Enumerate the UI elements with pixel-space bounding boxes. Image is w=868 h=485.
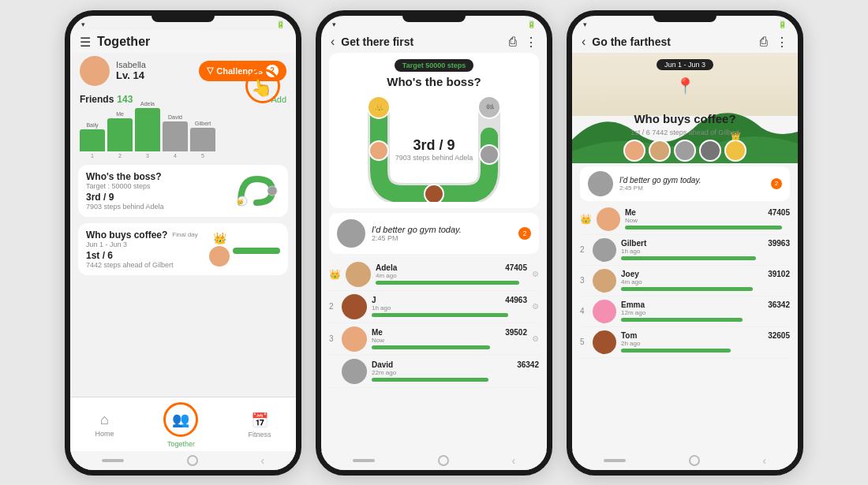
list-item[interactable]: 2 Gilbert 39963 1h ago bbox=[580, 235, 790, 266]
item-time: 1h ago bbox=[372, 304, 527, 312]
bar-label: David bbox=[168, 114, 182, 120]
chat-time-2: 2:45 PM bbox=[372, 234, 462, 242]
leaderboard-2: 👑 Adela 47405 4m ago ⚙ 2 J bbox=[321, 259, 547, 388]
crown-icon: 👑 bbox=[329, 269, 341, 280]
svg-point-1 bbox=[268, 186, 277, 196]
nav-together[interactable]: 👥 Together bbox=[163, 402, 198, 448]
list-item[interactable]: 2 J 44963 1h ago ⚙ bbox=[329, 291, 539, 323]
bar-label: Baily bbox=[86, 122, 98, 128]
list-item[interactable]: 3 Me 39502 Now ⚙ bbox=[329, 323, 539, 356]
svg-text:🏁: 🏁 bbox=[485, 103, 495, 113]
bar-col-5: Gilbert 5 bbox=[190, 121, 215, 159]
progress-bar bbox=[621, 349, 731, 353]
item-avatar bbox=[342, 326, 367, 352]
item-name: Tom bbox=[621, 331, 637, 340]
svg-point-8 bbox=[425, 185, 443, 202]
scene-avatar bbox=[699, 140, 721, 162]
header-icons-2: ⎙ ⋮ bbox=[509, 35, 537, 50]
nav-home-btn bbox=[438, 455, 449, 466]
item-avatar bbox=[597, 207, 620, 231]
progress-bar bbox=[376, 281, 519, 285]
progress-bar bbox=[625, 226, 782, 229]
together-circle: 👥 bbox=[163, 402, 198, 437]
item-name: David bbox=[372, 360, 393, 369]
card-date: Jun 1 - Jun 3 bbox=[86, 241, 198, 248]
item-time: 12m ago bbox=[621, 309, 790, 316]
scene-avatar-crown bbox=[724, 140, 746, 162]
more-icon-2[interactable]: ⋮ bbox=[525, 35, 537, 50]
item-info: Adela 47405 4m ago bbox=[376, 263, 527, 285]
home-label: Home bbox=[95, 430, 114, 438]
more-icon-3[interactable]: ⋮ bbox=[776, 35, 788, 50]
chat-content-3: I'd better go gym today. 2:45 PM bbox=[619, 176, 701, 192]
item-name: Adela bbox=[376, 263, 397, 272]
item-avatar bbox=[593, 300, 616, 323]
card-right: 👑 bbox=[233, 171, 280, 211]
item-time: 4m ago bbox=[621, 278, 790, 285]
settings-icon: ⚙ bbox=[532, 334, 539, 343]
item-info: Tom 32605 2h ago bbox=[621, 331, 790, 353]
item-avatar bbox=[342, 294, 367, 319]
nav-home[interactable]: ⌂ Home bbox=[95, 412, 114, 438]
bar-col-2: Me 2 bbox=[107, 111, 133, 159]
bar-num: 2 bbox=[118, 153, 122, 159]
nav-recent-btn: ‹ bbox=[762, 454, 766, 467]
race-track: 👑 🏁 3rd / 9 7903 steps behind Adela bbox=[347, 91, 521, 202]
item-steps: 39502 bbox=[505, 328, 527, 337]
item-steps: 39102 bbox=[768, 270, 790, 278]
svg-point-7 bbox=[480, 145, 499, 164]
svg-text:👑: 👑 bbox=[375, 103, 384, 113]
battery-icon-3: 🔋 bbox=[778, 21, 787, 28]
item-name: Gilbert bbox=[621, 239, 646, 248]
challenge-card-2[interactable]: Who buys coffee? Final day Jun 1 - Jun 3… bbox=[78, 223, 288, 275]
item-steps: 47405 bbox=[505, 263, 527, 272]
list-item[interactable]: 4 Emma 36342 12m ago bbox=[580, 297, 790, 327]
nav-fitness[interactable]: 📅 Fitness bbox=[248, 412, 271, 438]
wifi-icon-3: ▾ bbox=[583, 21, 587, 28]
back-button-2[interactable]: ‹ bbox=[331, 35, 335, 49]
list-item[interactable]: 5 Tom 32605 2h ago bbox=[580, 327, 790, 358]
menu-icon[interactable]: ☰ bbox=[80, 35, 91, 50]
card-sub: Target : 50000 steps bbox=[86, 182, 164, 190]
card-title-row: Who's the boss? Target : 50000 steps 3rd… bbox=[86, 171, 280, 211]
final-day-label: Final day bbox=[172, 231, 197, 238]
bar bbox=[190, 128, 215, 151]
progress-bar bbox=[372, 345, 490, 349]
chat-badge-3: 2 bbox=[771, 178, 782, 189]
challenge-card-1[interactable]: Who's the boss? Target : 50000 steps 3rd… bbox=[78, 165, 288, 217]
progress-bar bbox=[621, 256, 756, 260]
chat-badge-2: 2 bbox=[518, 227, 531, 240]
chat-avatar-3 bbox=[588, 171, 613, 196]
phone-notch-2 bbox=[402, 16, 466, 22]
scene-question: Who buys coffee? bbox=[572, 112, 798, 125]
list-item[interactable]: 👑 Adela 47405 4m ago ⚙ bbox=[329, 259, 539, 291]
list-item[interactable]: 3 Joey 39102 4m ago bbox=[580, 266, 790, 297]
card-title: Who's the boss? bbox=[86, 171, 164, 182]
phones-container: ▾ 🔋 ☰ Together Isabella Lv. 14 ▽ Challen… bbox=[0, 0, 868, 485]
phone-3: ▾ 🔋 ‹ Go the farthest ⎙ ⋮ Jun 1 - Jun 3 … bbox=[567, 10, 803, 476]
progress-bar bbox=[233, 248, 280, 254]
item-steps: 39963 bbox=[768, 239, 790, 248]
leaderboard-3: 👑 Me 47405 Now 2 Gilbert bbox=[572, 204, 798, 358]
progress-bar bbox=[621, 318, 743, 322]
rank-num: 3 bbox=[580, 276, 588, 285]
scene-avatar bbox=[649, 140, 671, 162]
back-button-3[interactable]: ‹ bbox=[582, 35, 586, 49]
list-item[interactable]: 👑 Me 47405 Now bbox=[580, 204, 790, 235]
phone-bottom-bar-3: ‹ bbox=[572, 451, 798, 470]
chat-time-3: 2:45 PM bbox=[619, 185, 701, 192]
item-avatar bbox=[593, 269, 616, 293]
card-info: Who's the boss? Target : 50000 steps 3rd… bbox=[86, 171, 164, 211]
phone-bottom-bar-2: ‹ bbox=[321, 451, 547, 470]
share-icon-3[interactable]: ⎙ bbox=[760, 35, 768, 50]
share-icon-2[interactable]: ⎙ bbox=[509, 35, 517, 50]
item-info: Joey 39102 4m ago bbox=[621, 270, 790, 291]
nav-back-btn bbox=[604, 459, 626, 462]
item-name: J bbox=[372, 296, 376, 304]
item-name: Me bbox=[372, 328, 383, 337]
item-time: Now bbox=[372, 337, 527, 344]
list-item[interactable]: David 36342 22m ago bbox=[329, 356, 539, 388]
item-steps: 47405 bbox=[768, 208, 790, 217]
card-stat: 3rd / 9 bbox=[86, 192, 164, 203]
together-icon: 👥 bbox=[172, 411, 189, 428]
